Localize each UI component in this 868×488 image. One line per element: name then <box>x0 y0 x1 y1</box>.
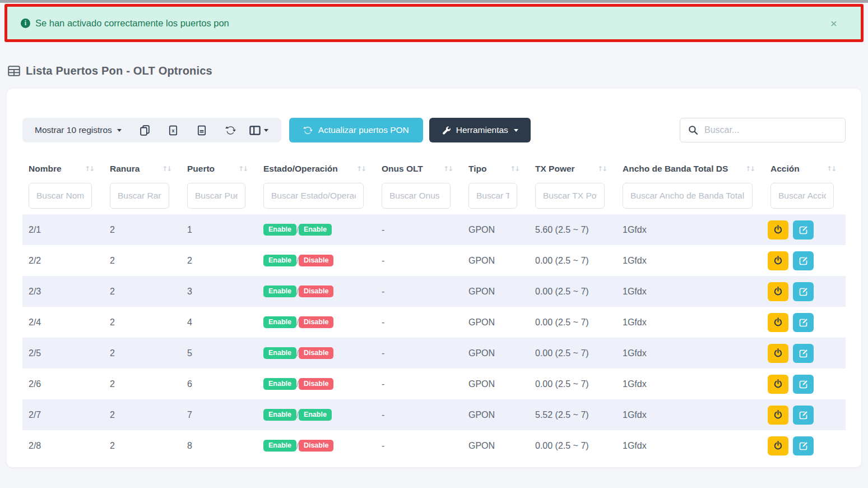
cell-tipo: GPON <box>462 317 529 328</box>
power-toggle-button[interactable] <box>768 282 788 301</box>
table-header-row: Nombre↑↓ Ranura↑↓ Puerto↑↓ Estado/Operac… <box>22 158 846 181</box>
edit-button[interactable] <box>793 220 814 240</box>
power-icon <box>773 225 783 234</box>
export-file-button[interactable] <box>188 119 216 141</box>
cell-tx-power: 5.52 (2.5 ~ 7) <box>529 410 616 420</box>
page-length-dropdown[interactable]: Mostrar 10 registros <box>35 125 122 135</box>
refresh-icon <box>303 126 313 135</box>
cell-puerto: 4 <box>181 317 257 328</box>
edit-button[interactable] <box>793 375 814 394</box>
edit-button[interactable] <box>793 313 814 332</box>
update-pon-ports-button[interactable]: Actualizar puertos PON <box>289 118 423 142</box>
power-toggle-button[interactable] <box>768 436 788 455</box>
edit-button[interactable] <box>793 251 814 270</box>
cell-puerto: 6 <box>181 379 257 389</box>
sort-icon[interactable]: ↑↓ <box>238 165 247 173</box>
reload-table-button[interactable] <box>216 119 245 141</box>
info-icon: i <box>21 19 30 28</box>
chevron-down-icon <box>264 129 268 132</box>
operacion-badge: Enable <box>299 409 332 421</box>
tools-dropdown-button[interactable]: Herramientas <box>429 118 531 142</box>
table-row: 2/2 2 2 Enable / Disable - GPON 0.00 (2.… <box>22 245 846 276</box>
column-header-onus-olt[interactable]: Onus OLT↑↓ <box>375 164 462 174</box>
cell-puerto: 5 <box>181 348 257 358</box>
cell-tx-power: 0.00 (2.5 ~ 7) <box>529 256 616 266</box>
column-header-nombre[interactable]: Nombre↑↓ <box>22 164 104 174</box>
column-header-ranura[interactable]: Ranura↑↓ <box>104 164 181 174</box>
filter-input-ranura[interactable] <box>110 183 169 209</box>
edit-button[interactable] <box>793 282 814 301</box>
filter-input-onus-olt[interactable] <box>382 183 451 209</box>
sort-icon[interactable]: ↑↓ <box>827 165 835 173</box>
cell-onus-olt: - <box>375 410 462 420</box>
alert-close-button[interactable]: × <box>830 17 837 29</box>
power-icon <box>773 348 783 358</box>
cell-tipo: GPON <box>462 441 529 451</box>
cell-onus-olt: - <box>375 441 462 451</box>
cell-onus-olt: - <box>375 348 462 358</box>
power-toggle-button[interactable] <box>768 406 788 425</box>
edit-icon <box>799 287 808 296</box>
column-header-puerto[interactable]: Puerto↑↓ <box>181 164 257 174</box>
sort-icon[interactable]: ↑↓ <box>162 165 171 173</box>
sort-icon[interactable]: ↑↓ <box>443 165 452 173</box>
power-icon <box>773 317 783 327</box>
cell-ranura: 2 <box>104 348 181 358</box>
cell-tipo: GPON <box>462 379 529 389</box>
column-header-ancho-banda[interactable]: Ancho de Banda Total DS↑↓ <box>616 164 764 174</box>
power-toggle-button[interactable] <box>768 375 788 394</box>
table-row: 2/1 2 1 Enable / Enable - GPON 5.60 (2.5… <box>22 214 846 245</box>
cell-ranura: 2 <box>104 256 181 266</box>
filter-input-puerto[interactable] <box>187 183 245 209</box>
edit-button[interactable] <box>793 406 814 425</box>
column-visibility-dropdown[interactable] <box>245 119 273 141</box>
copy-button[interactable] <box>131 119 159 141</box>
table-body: 2/1 2 1 Enable / Enable - GPON 5.60 (2.5… <box>22 214 846 461</box>
filter-input-tipo[interactable] <box>468 183 517 209</box>
search-input[interactable] <box>704 125 837 135</box>
power-toggle-button[interactable] <box>768 220 788 240</box>
power-toggle-button[interactable] <box>768 313 788 332</box>
filter-input-tx-power[interactable] <box>535 183 605 209</box>
edit-button[interactable] <box>793 436 814 455</box>
cell-nombre: 2/2 <box>22 256 104 266</box>
edit-button[interactable] <box>793 344 814 363</box>
filter-input-accion[interactable] <box>770 183 834 209</box>
column-header-tx-power[interactable]: TX Power↑↓ <box>529 164 616 174</box>
power-toggle-button[interactable] <box>768 251 788 270</box>
operacion-badge: Enable <box>299 224 332 236</box>
sort-icon[interactable]: ↑↓ <box>356 165 365 173</box>
filter-input-estado-operacion[interactable] <box>263 183 364 209</box>
column-header-tipo[interactable]: Tipo↑↓ <box>462 164 529 174</box>
cell-onus-olt: - <box>375 256 462 266</box>
column-header-accion[interactable]: Acción↑↓ <box>764 164 846 174</box>
sort-icon[interactable]: ↑↓ <box>85 165 94 173</box>
cell-ranura: 2 <box>104 287 181 297</box>
cell-ancho-banda: 1Gfdx <box>616 256 764 266</box>
sort-icon[interactable]: ↑↓ <box>745 165 754 173</box>
power-toggle-button[interactable] <box>768 344 788 363</box>
cell-ancho-banda: 1Gfdx <box>616 441 764 451</box>
cell-tipo: GPON <box>462 256 529 266</box>
sort-icon[interactable]: ↑↓ <box>597 165 606 173</box>
table-icon <box>8 66 20 76</box>
cell-puerto: 8 <box>181 441 257 451</box>
cell-puerto: 7 <box>181 410 257 420</box>
cell-estado-operacion: Enable / Enable <box>257 224 375 236</box>
filter-input-ancho-banda[interactable] <box>623 183 753 209</box>
sort-icon[interactable]: ↑↓ <box>510 165 519 173</box>
cell-onus-olt: - <box>375 379 462 389</box>
table-row: 2/7 2 7 Enable / Enable - GPON 5.52 (2.5… <box>22 399 846 430</box>
column-header-estado-operacion[interactable]: Estado/Operación↑↓ <box>257 164 375 174</box>
estado-badge: Enable <box>263 286 296 297</box>
filter-input-nombre[interactable] <box>29 183 92 209</box>
operacion-badge: Disable <box>299 378 333 390</box>
cell-ranura: 2 <box>104 379 181 389</box>
cell-onus-olt: - <box>375 317 462 328</box>
cell-estado-operacion: Enable / Disable <box>257 347 375 359</box>
operacion-badge: Disable <box>299 440 333 452</box>
operacion-badge: Disable <box>299 347 333 359</box>
table-toolbar: Mostrar 10 registros x <box>22 118 846 142</box>
global-search <box>680 118 846 142</box>
export-excel-button[interactable]: x <box>159 119 188 141</box>
